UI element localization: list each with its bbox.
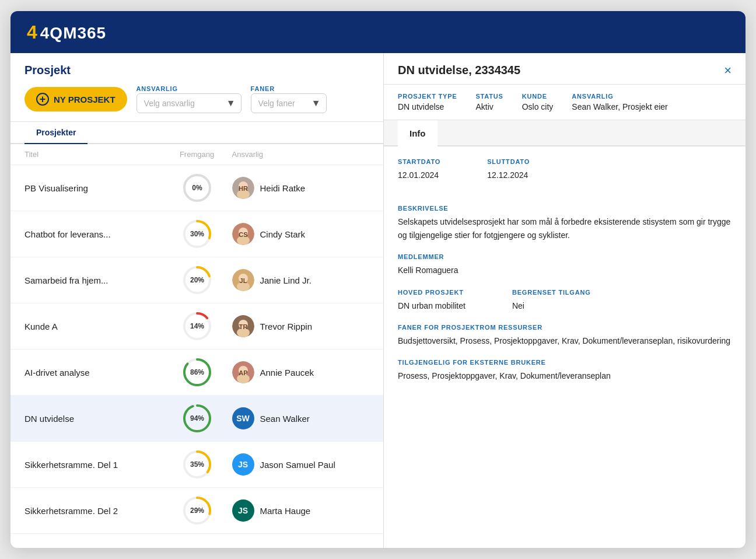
meta-prosjekt-type-value: DN utvidelse: [398, 102, 457, 111]
begrenset-tilgang-value: Nei: [512, 299, 591, 312]
row-title: PB Visualisering: [24, 183, 162, 193]
tab-5[interactable]: [216, 122, 262, 144]
avatar: AP: [232, 361, 254, 383]
startdato-section: STARTDATO 12.01.2024: [398, 158, 440, 181]
avatar-cell: TR Trevor Rippin: [232, 315, 370, 337]
avatar-name: Jason Samuel Paul: [260, 460, 335, 470]
faner-ressurser-section: FANER FOR PROSJEKTROM RESSURSER Budsjett…: [398, 324, 732, 347]
table-row[interactable]: Kunde A 14% TR Trevor Rippin: [10, 303, 383, 350]
main-content: Prosjekt + NY PROSJEKT ANSVARLIG Velg an…: [10, 53, 746, 548]
avatar-cell: JL Janie Lind Jr.: [232, 269, 370, 291]
avatar: HR: [232, 177, 254, 199]
table-row[interactable]: Sikkerhetsramme. Del 2 29% JS Marta Haug…: [10, 488, 383, 534]
avatar: TR: [232, 315, 254, 337]
top-nav: 44QM365: [10, 11, 746, 53]
progress-circle: 30%: [181, 218, 213, 250]
detail-tab-info[interactable]: Info: [398, 120, 438, 146]
medlemmer-label: MEDLEMMER: [398, 253, 732, 260]
startdato-label: STARTDATO: [398, 158, 440, 165]
medlemmer-value: Kelli Romaguera: [398, 264, 732, 277]
meta-status-label: STATUS: [475, 93, 503, 100]
close-button[interactable]: ×: [724, 64, 732, 77]
progress-circle: 29%: [181, 495, 213, 526]
meta-kunde: KUNDE Oslo city: [522, 93, 554, 111]
table-header: Titel Fremgang Ansvarlig: [10, 144, 383, 165]
meta-status: STATUS Aktiv: [475, 93, 503, 111]
table-row[interactable]: DN utvidelse 94% SW Sean Walker: [10, 396, 383, 442]
progress-cell: 14%: [162, 310, 232, 342]
faner-ressurser-label: FANER FOR PROSJEKTROM RESSURSER: [398, 324, 732, 331]
faner-filter-group: FANER Velg faner ▼: [251, 85, 327, 113]
faner-select[interactable]: Velg faner: [251, 93, 327, 113]
svg-text:94%: 94%: [190, 414, 204, 422]
meta-kunde-label: KUNDE: [522, 93, 554, 100]
tab-4[interactable]: [181, 122, 216, 144]
plus-icon: +: [36, 93, 49, 106]
col-progress: Fremgang: [162, 150, 232, 159]
main-project-row: HOVED PROSJEKT DN urban mobilitet BEGREN…: [398, 289, 732, 324]
row-title: DN utvidelse: [24, 414, 162, 424]
sluttdato-section: SLUTTDATO 12.12.2024: [487, 158, 530, 181]
new-project-label: NY PROSJEKT: [54, 95, 116, 104]
new-project-button[interactable]: + NY PROSJEKT: [24, 87, 127, 111]
table-row[interactable]: Sikkerhetsramme. Del 1 35% JS Jason Samu…: [10, 442, 383, 488]
progress-cell: 94%: [162, 403, 232, 434]
detail-body: STARTDATO 12.01.2024 SLUTTDATO 12.12.202…: [384, 146, 746, 548]
table-row[interactable]: Chatbot for leverans... 30% CS Cindy Sta…: [10, 211, 383, 257]
filter-row: + NY PROSJEKT ANSVARLIG Velg ansvarlig ▼: [24, 85, 369, 113]
date-row: STARTDATO 12.01.2024 SLUTTDATO 12.12.202…: [398, 158, 732, 193]
avatar-name: Annie Paucek: [260, 368, 314, 378]
table-row[interactable]: PB Visualisering 0% HR Heidi Ratke: [10, 165, 383, 211]
progress-circle: 0%: [181, 172, 213, 204]
ansvarlig-label: ANSVARLIG: [136, 85, 242, 92]
begrenset-tilgang-section: BEGRENSET TILGANG Nei: [512, 289, 591, 312]
row-title: Kunde A: [24, 322, 162, 331]
startdato-value: 12.01.2024: [398, 169, 440, 181]
progress-circle: 94%: [181, 403, 213, 434]
table-row[interactable]: AI-drivet analyse 86% AP Annie Paucek: [10, 350, 383, 396]
svg-text:HR: HR: [239, 185, 248, 192]
progress-circle: 35%: [181, 449, 213, 480]
ansvarlig-select-wrapper: Velg ansvarlig ▼: [136, 93, 242, 113]
beskrivelse-value: Selskapets utvidelsesprosjekt har som må…: [398, 215, 732, 242]
tab-prosjekter[interactable]: Prosjekter: [24, 122, 88, 144]
tab-3[interactable]: [134, 122, 181, 144]
svg-text:86%: 86%: [190, 368, 204, 376]
progress-circle: 20%: [181, 264, 213, 296]
avatar-cell: JS Jason Samuel Paul: [232, 453, 370, 476]
right-panel: DN utvidelse, 2334345 × PROSJEKT TYPE DN…: [384, 53, 746, 548]
sluttdato-value: 12.12.2024: [487, 169, 530, 181]
avatar-name: Trevor Rippin: [260, 322, 312, 331]
left-panel: Prosjekt + NY PROSJEKT ANSVARLIG Velg an…: [10, 53, 384, 548]
avatar-cell: HR Heidi Ratke: [232, 177, 370, 199]
row-title: Sikkerhetsramme. Del 1: [24, 460, 162, 470]
svg-text:TR: TR: [239, 323, 247, 330]
avatar: JL: [232, 269, 254, 291]
beskrivelse-label: BESKRIVELSE: [398, 205, 732, 212]
detail-tabs-row: Info: [384, 120, 746, 146]
hoved-prosjekt-section: HOVED PROSJEKT DN urban mobilitet: [398, 289, 466, 312]
avatar-name: Marta Hauge: [260, 506, 311, 516]
row-title: Chatbot for leverans...: [24, 229, 162, 239]
avatar: JS: [232, 499, 254, 522]
svg-text:14%: 14%: [190, 322, 204, 330]
hoved-prosjekt-value: DN urban mobilitet: [398, 299, 466, 312]
row-title: Samarbeid fra hjem...: [24, 275, 162, 285]
progress-cell: 20%: [162, 264, 232, 296]
left-header: Prosjekt + NY PROSJEKT ANSVARLIG Velg an…: [10, 53, 383, 122]
beskrivelse-section: BESKRIVELSE Selskapets utvidelsesprosjek…: [398, 205, 732, 242]
avatar: SW: [232, 407, 254, 429]
left-panel-title: Prosjekt: [24, 64, 369, 77]
svg-text:JL: JL: [239, 277, 247, 284]
avatar-cell: CS Cindy Stark: [232, 223, 370, 245]
svg-text:0%: 0%: [192, 184, 202, 192]
tilgjengelig-label: TILGJENGELIG FOR EKSTERNE BRUKERE: [398, 359, 732, 366]
ansvarlig-select[interactable]: Velg ansvarlig: [136, 93, 242, 113]
row-title: Sikkerhetsramme. Del 2: [24, 506, 162, 516]
avatar-name: Heidi Ratke: [260, 183, 306, 193]
right-header: DN utvidelse, 2334345 ×: [384, 53, 746, 85]
progress-cell: 29%: [162, 495, 232, 526]
table-row[interactable]: Samarbeid fra hjem... 20% JL Janie Lind …: [10, 257, 383, 303]
avatar: JS: [232, 453, 254, 476]
tab-2[interactable]: [88, 122, 134, 144]
